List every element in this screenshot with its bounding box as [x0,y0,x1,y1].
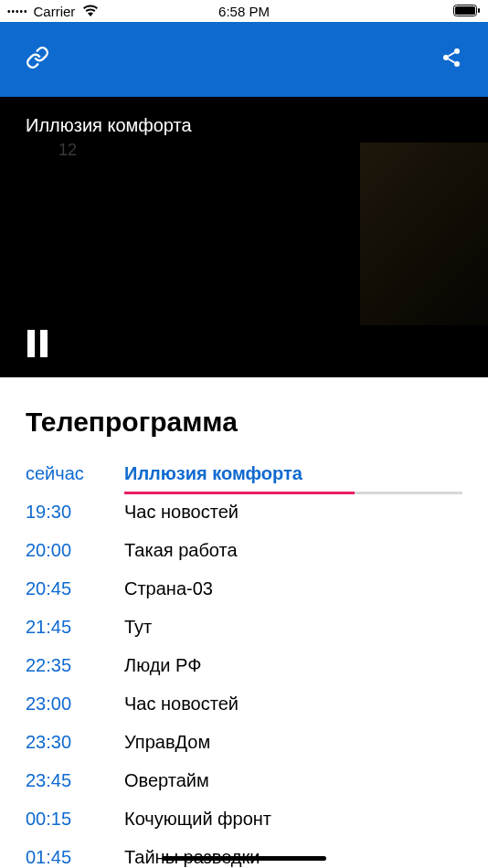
schedule-time: 00:15 [26,809,124,830]
schedule-current-content: Иллюзия комфорта [124,463,462,494]
battery-icon [453,4,481,19]
schedule-row[interactable]: 19:30 Час новостей [26,498,462,536]
video-player[interactable]: Иллюзия комфорта 12 [0,97,488,377]
schedule-time: 23:30 [26,732,124,753]
home-indicator[interactable] [162,856,326,861]
schedule-row[interactable]: 21:45 Тут [26,613,462,651]
wifi-icon [82,4,99,19]
progress-track [124,492,462,494]
schedule-title: Такая работа [124,540,462,561]
schedule-list: сейчас Иллюзия комфорта 19:30 Час новост… [0,460,488,868]
video-title: Иллюзия комфорта [26,115,192,136]
svg-rect-6 [27,330,35,357]
share-icon[interactable] [440,47,462,72]
schedule-current-title: Иллюзия комфорта [124,463,462,484]
carrier-label: Carrier [34,4,76,19]
schedule-row[interactable]: 20:00 Такая работа [26,536,462,575]
toolbar [0,22,488,97]
schedule-title: Овертайм [124,770,462,791]
svg-point-3 [454,48,460,54]
schedule-time: 21:45 [26,617,124,638]
schedule-time: 23:00 [26,693,124,715]
schedule-title: Час новостей [124,502,462,523]
status-left: ••••• Carrier [7,4,99,19]
toolbar-left [26,46,49,73]
progress-fill [124,492,355,494]
svg-point-4 [443,55,449,60]
link-icon[interactable] [26,46,49,73]
schedule-row[interactable]: 00:15 Кочующий фронт [26,805,462,843]
svg-point-5 [454,61,460,67]
schedule-row[interactable]: 23:45 Овертайм [26,767,462,805]
schedule-title: Люди РФ [124,655,462,676]
svg-rect-2 [455,6,475,15]
schedule-time: 20:00 [26,540,124,561]
svg-rect-7 [40,330,48,357]
status-time: 6:58 PM [218,4,270,19]
schedule-title: Тут [124,617,462,638]
schedule-time: 01:45 [26,847,124,868]
schedule-row[interactable]: 23:00 Час новостей [26,690,462,728]
toolbar-right [440,47,462,72]
schedule-now-label: сейчас [26,463,124,484]
schedule-title: УправДом [124,732,462,753]
schedule-row[interactable]: 23:30 УправДом [26,728,462,767]
svg-rect-1 [478,8,480,13]
signal-dots-icon: ••••• [7,6,28,16]
video-frame [360,143,488,325]
schedule-title: Кочующий фронт [124,809,462,830]
schedule-row-current[interactable]: сейчас Иллюзия комфорта [26,460,462,498]
schedule-title: Час новостей [124,693,462,715]
schedule-row[interactable]: 22:35 Люди РФ [26,651,462,690]
schedule-time: 20:45 [26,578,124,599]
schedule-time: 19:30 [26,502,124,523]
schedule-row[interactable]: 20:45 Страна-03 [26,575,462,613]
channel-watermark: 12 [58,141,77,160]
section-title: Телепрограмма [0,377,488,460]
schedule-title: Страна-03 [124,578,462,599]
schedule-time: 22:35 [26,655,124,676]
status-bar: ••••• Carrier 6:58 PM [0,0,488,22]
schedule-time: 23:45 [26,770,124,791]
pause-button[interactable] [26,330,49,361]
